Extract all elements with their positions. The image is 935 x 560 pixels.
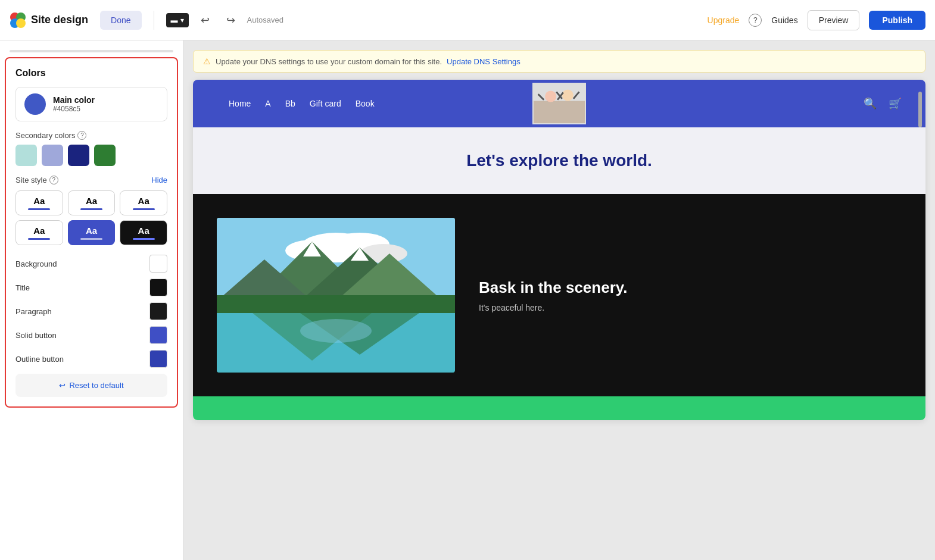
style-aa-1: Aa <box>33 196 45 206</box>
hide-button[interactable]: Hide <box>151 176 167 184</box>
hero-title: Let's explore the world. <box>217 151 902 170</box>
main-color-hex: #4058c5 <box>53 105 95 113</box>
reset-icon: ↩ <box>59 381 66 390</box>
svg-point-7 <box>562 90 574 101</box>
style-grid: Aa Aa Aa Aa <box>15 190 167 245</box>
secondary-help-icon[interactable]: ? <box>77 131 86 140</box>
title-label: Title <box>15 283 30 292</box>
style-card-6[interactable]: Aa <box>120 220 167 245</box>
redo-button[interactable]: ↪ <box>222 10 240 30</box>
upgrade-link[interactable]: Upgrade <box>708 15 740 25</box>
toolbar: Site design Done ▬ ▾ ↩ ↪ Autosaved Upgra… <box>0 0 935 40</box>
undo-button[interactable]: ↩ <box>196 10 214 30</box>
canvas-area: ⚠ Update your DNS settings to use your c… <box>183 40 935 560</box>
style-bar-1 <box>28 208 50 210</box>
style-card-2[interactable]: Aa <box>68 190 116 215</box>
svg-point-3 <box>16 18 26 28</box>
cart-icon[interactable]: 🛒 <box>889 97 902 110</box>
logo-image <box>534 84 585 124</box>
style-bar-6 <box>133 238 155 240</box>
secondary-colors-label: Secondary colors ? <box>15 131 167 140</box>
site-logo <box>532 83 586 124</box>
search-icon[interactable]: 🔍 <box>864 97 877 110</box>
nav-book[interactable]: Book <box>356 99 375 108</box>
scrollbar-thumb <box>918 92 922 127</box>
green-bar <box>193 396 925 420</box>
paragraph-swatch[interactable] <box>149 302 167 320</box>
guides-link[interactable]: Guides <box>771 15 797 25</box>
help-label: ? <box>753 16 758 24</box>
title-swatch[interactable] <box>149 279 167 296</box>
reset-button[interactable]: ↩ Reset to default <box>15 374 167 397</box>
scene-subtitle: It's peaceful here. <box>479 303 628 312</box>
toolbar-divider <box>154 11 154 30</box>
reset-label: Reset to default <box>69 381 123 390</box>
main-color-selector[interactable]: Main color #4058c5 <box>15 87 167 121</box>
colors-panel: Colors Main color #4058c5 Secondary colo… <box>5 57 178 408</box>
main-area: Colors Main color #4058c5 Secondary colo… <box>0 40 935 560</box>
preview-button[interactable]: Preview <box>808 10 860 30</box>
svg-point-6 <box>545 90 556 102</box>
publish-button[interactable]: Publish <box>869 11 925 30</box>
paragraph-label: Paragraph <box>15 307 52 316</box>
nav-bb[interactable]: Bb <box>285 99 295 108</box>
svg-rect-23 <box>217 295 455 313</box>
left-panel: Colors Main color #4058c5 Secondary colo… <box>0 40 183 560</box>
site-style-header: Site style ? Hide <box>15 176 167 184</box>
dns-banner: ⚠ Update your DNS settings to use your c… <box>193 50 925 73</box>
style-help-icon[interactable]: ? <box>49 176 58 184</box>
secondary-color-3[interactable] <box>68 145 89 166</box>
dns-link[interactable]: Update DNS Settings <box>447 57 521 66</box>
outline-button-swatch[interactable] <box>149 350 167 368</box>
background-prop: Background <box>15 255 167 273</box>
nav-home[interactable]: Home <box>229 99 251 108</box>
style-bar-2 <box>80 208 102 210</box>
solid-button-label: Solid button <box>15 331 57 340</box>
done-button[interactable]: Done <box>100 11 141 30</box>
app-title: Site design <box>31 14 88 26</box>
solid-button-prop: Solid button <box>15 326 167 344</box>
style-bar-3 <box>133 208 155 210</box>
main-color-swatch <box>24 93 46 115</box>
scenery-section: Bask in the scenery. It's peaceful here. <box>193 194 925 396</box>
background-label: Background <box>15 259 57 268</box>
nav-giftcard[interactable]: Gift card <box>310 99 341 108</box>
help-icon[interactable]: ? <box>749 14 762 27</box>
site-style-label: Site style ? <box>15 176 58 184</box>
style-aa-5: Aa <box>86 226 97 236</box>
secondary-colors-row <box>15 145 167 166</box>
colors-title: Colors <box>15 68 167 79</box>
scrollbar-track[interactable] <box>918 80 922 127</box>
paragraph-prop: Paragraph <box>15 302 167 320</box>
hero-section: Let's explore the world. <box>193 127 925 194</box>
autosaved-status: Autosaved <box>247 15 700 24</box>
style-aa-4: Aa <box>33 226 45 236</box>
style-aa-2: Aa <box>86 196 97 206</box>
secondary-color-2[interactable] <box>42 145 63 166</box>
solid-button-swatch[interactable] <box>149 326 167 344</box>
background-swatch[interactable] <box>149 255 167 273</box>
main-color-name: Main color <box>53 95 95 105</box>
device-icon: ▬ <box>171 16 178 24</box>
chevron-down-icon: ▾ <box>180 16 184 24</box>
device-selector[interactable]: ▬ ▾ <box>166 13 189 27</box>
dns-text: Update your DNS settings to use your cus… <box>216 57 442 66</box>
scene-text: Bask in the scenery. It's peaceful here. <box>479 279 628 312</box>
secondary-color-4[interactable] <box>94 145 116 166</box>
style-aa-3: Aa <box>138 196 149 206</box>
style-card-3[interactable]: Aa <box>120 190 167 215</box>
site-header-icons: 🔍 🛒 <box>864 97 902 110</box>
secondary-color-1[interactable] <box>15 145 37 166</box>
nav-a[interactable]: A <box>265 99 270 108</box>
site-header: Home A Bb Gift card Book <box>193 80 925 127</box>
svg-point-27 <box>300 319 372 343</box>
style-card-1[interactable]: Aa <box>15 190 63 215</box>
logo-icon <box>10 12 26 29</box>
style-card-4[interactable]: Aa <box>15 220 63 245</box>
outline-button-label: Outline button <box>15 355 64 364</box>
style-card-5[interactable]: Aa <box>68 220 116 245</box>
scene-image <box>217 218 455 373</box>
style-bar-5 <box>80 238 102 240</box>
svg-rect-5 <box>534 101 585 124</box>
warning-icon: ⚠ <box>203 57 211 66</box>
